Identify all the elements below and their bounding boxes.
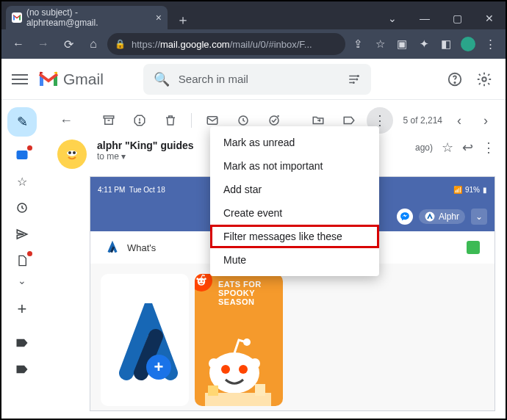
alphr-pill[interactable]: Alphr — [419, 209, 465, 224]
messenger-icon[interactable] — [397, 209, 413, 225]
svg-point-4 — [454, 82, 455, 82]
sender-name: alphr "King" guides — [97, 140, 194, 151]
category-label-icon[interactable] — [14, 335, 30, 351]
nav-home-button[interactable]: ⌂ — [82, 33, 104, 55]
navigation-rail: ✎ ☆ ⌄ + — [1, 100, 43, 419]
nav-reload-button[interactable]: ⟳ — [57, 33, 79, 55]
url-domain: mail.google.com — [160, 39, 230, 50]
message-counter: 5 of 2,214 — [403, 115, 442, 126]
tab-title: (no subject) - alphrteam@gmail. — [26, 7, 151, 28]
gmail-favicon-icon — [12, 12, 22, 23]
snoozed-clock-icon[interactable] — [14, 200, 30, 216]
message-pane: ← ⋮ 5 of 2,214 ‹ › Mark as unread Mark a… — [43, 100, 506, 419]
svg-rect-31 — [208, 385, 218, 396]
nav-back-button[interactable]: ← — [7, 33, 29, 55]
content-card-alphr[interactable]: + — [101, 274, 189, 406]
puzzle-icon[interactable]: ✦ — [414, 35, 434, 54]
sidepanel-icon[interactable]: ◧ — [436, 35, 456, 54]
lock-icon: 🔒 — [115, 39, 126, 49]
window-minimize-button[interactable]: — — [409, 7, 441, 29]
menu-add-star[interactable]: Add star — [210, 178, 379, 201]
svg-point-18 — [198, 278, 206, 286]
svg-point-13 — [270, 116, 278, 125]
menu-mark-not-important[interactable]: Mark as not important — [210, 154, 379, 178]
back-to-inbox-button[interactable]: ← — [53, 107, 79, 134]
recipient-line[interactable]: to me ▾ — [97, 151, 194, 162]
url-path: /mail/u/0/#inbox/F... — [230, 39, 312, 50]
message-time: ago) — [415, 142, 433, 153]
inbox-icon[interactable] — [14, 147, 30, 163]
gmail-logo[interactable]: Gmail — [38, 70, 104, 88]
battery-icon: ▮ — [483, 186, 487, 194]
nav-forward-button[interactable]: → — [32, 33, 54, 55]
expand-chevron-icon[interactable]: ⌄ — [18, 275, 26, 286]
svg-point-10 — [139, 122, 140, 123]
delete-button[interactable] — [157, 107, 184, 134]
prev-message-button[interactable]: ‹ — [450, 107, 469, 134]
search-options-icon[interactable] — [348, 73, 361, 86]
window-controls: ⌄ — ▢ ✕ — [376, 7, 506, 29]
star-icon[interactable]: ☆ — [370, 35, 389, 54]
sender-avatar[interactable] — [57, 140, 87, 169]
starred-icon[interactable]: ☆ — [14, 173, 30, 189]
share-icon[interactable]: ⇪ — [348, 35, 367, 54]
reply-button[interactable]: ↩ — [462, 140, 473, 156]
browser-menu-icon[interactable]: ⋮ — [481, 35, 500, 54]
svg-point-19 — [199, 280, 201, 282]
main-menu-button[interactable] — [12, 74, 28, 84]
add-fab-icon[interactable]: + — [146, 355, 171, 380]
extension-icon[interactable]: ▣ — [392, 35, 411, 54]
window-titlebar: (no subject) - alphrteam@gmail. × ＋ ⌄ — … — [1, 1, 506, 29]
new-label-button[interactable]: + — [18, 300, 27, 319]
strip-chevron-icon[interactable]: ⌄ — [471, 209, 487, 225]
content-card-reddit[interactable]: EATS FOR SPOOKY SEASON — [195, 274, 283, 406]
reddit-icon — [195, 274, 212, 292]
svg-rect-7 — [17, 151, 27, 159]
sent-icon[interactable] — [14, 226, 30, 242]
svg-point-1 — [356, 78, 358, 80]
settings-gear-icon[interactable] — [473, 68, 495, 90]
archive-button[interactable] — [96, 107, 122, 134]
next-message-button[interactable]: › — [476, 107, 495, 134]
support-icon[interactable] — [444, 68, 466, 90]
tab-close-icon[interactable]: × — [156, 12, 162, 23]
gmail-product-name: Gmail — [63, 70, 104, 88]
card-headline-1: EATS FOR — [218, 280, 277, 289]
menu-mark-unread[interactable]: Mark as unread — [210, 131, 379, 154]
svg-point-27 — [209, 358, 219, 369]
svg-point-26 — [239, 365, 248, 374]
svg-point-29 — [243, 338, 251, 346]
browser-tab[interactable]: (no subject) - alphrteam@gmail. × — [6, 6, 168, 29]
star-message-button[interactable]: ☆ — [442, 140, 453, 156]
svg-rect-9 — [104, 116, 114, 118]
new-tab-button[interactable]: ＋ — [173, 10, 193, 29]
svg-point-23 — [204, 275, 205, 276]
message-more-button[interactable]: ⋮ — [482, 140, 495, 156]
window-maximize-button[interactable]: ▢ — [441, 7, 473, 29]
drafts-icon[interactable] — [14, 253, 30, 269]
card-headline-2: SPOOKY SEASON — [218, 289, 277, 306]
gmail-header: Gmail 🔍 Search in mail — [1, 59, 506, 100]
search-box[interactable]: 🔍 Search in mail — [143, 64, 371, 95]
window-close-button[interactable]: ✕ — [473, 7, 506, 29]
svg-rect-32 — [255, 384, 265, 396]
chevron-down-icon[interactable]: ⌄ — [376, 7, 409, 29]
image-thumbnail-icon[interactable] — [467, 241, 480, 254]
whats-label: What's — [127, 242, 156, 253]
report-spam-button[interactable] — [126, 107, 153, 134]
reddit-mascot-icon — [198, 325, 278, 406]
category-label-icon-2[interactable] — [14, 361, 30, 377]
address-bar[interactable]: 🔒 https://mail.google.com/mail/u/0/#inbo… — [107, 33, 345, 55]
profile-avatar-icon[interactable] — [459, 35, 478, 54]
svg-point-5 — [482, 77, 486, 82]
menu-create-event[interactable]: Create event — [210, 201, 379, 225]
svg-point-20 — [202, 280, 204, 282]
search-placeholder: Search in mail — [179, 73, 248, 85]
menu-filter-messages[interactable]: Filter messages like these — [210, 225, 379, 248]
svg-point-0 — [357, 75, 359, 77]
alphr-logo-icon — [105, 240, 120, 255]
menu-mute[interactable]: Mute — [210, 248, 379, 272]
search-icon: 🔍 — [154, 71, 170, 87]
svg-point-25 — [221, 365, 230, 374]
compose-button[interactable]: ✎ — [7, 107, 37, 137]
